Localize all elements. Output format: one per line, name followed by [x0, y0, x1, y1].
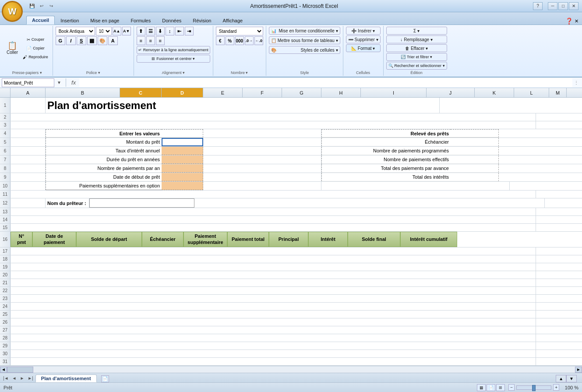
scroll-track[interactable]: [7, 367, 575, 373]
delete-btn[interactable]: ➖ Supprimer ▾: [346, 35, 381, 43]
scroll-left-btn[interactable]: ◄: [0, 367, 7, 373]
cell-hi9-releve-label[interactable]: Total des intérêts: [321, 173, 451, 181]
cell-bc8-label[interactable]: Nombre de paiements par an: [46, 164, 162, 173]
row-num-6[interactable]: 6: [0, 147, 11, 155]
col-header-c[interactable]: C: [120, 88, 162, 97]
percent-btn[interactable]: %: [226, 36, 234, 45]
decimal-increase-btn[interactable]: .0→: [245, 36, 254, 45]
cell-e9[interactable]: [203, 173, 321, 181]
close-btn[interactable]: ✕: [569, 2, 578, 10]
cell-j8-releve-field[interactable]: [451, 164, 499, 173]
cell-styles-btn[interactable]: 🎨 Styles de cellules ▾: [269, 46, 340, 54]
th-date-paiement[interactable]: Date depaiement: [32, 232, 76, 247]
underline-button[interactable]: S: [77, 36, 86, 45]
cell-a29[interactable]: [11, 342, 536, 350]
cell-hi7-releve-label[interactable]: Nombre de paiements effectifs: [321, 155, 451, 164]
row-num-31[interactable]: 31: [0, 358, 11, 365]
th-interet-cumulatif[interactable]: Intérêt cumulatif: [400, 232, 457, 247]
align-left-btn[interactable]: ≡: [137, 36, 145, 45]
formula-bar-resize[interactable]: ⋮: [574, 80, 580, 85]
cell-e8[interactable]: [203, 164, 321, 173]
row-num-25[interactable]: 25: [0, 311, 11, 318]
row-num-17[interactable]: 17: [0, 247, 11, 255]
col-header-h[interactable]: H: [321, 88, 361, 97]
col-header-d[interactable]: D: [162, 88, 203, 97]
align-center-btn[interactable]: ≡: [146, 36, 155, 45]
horizontal-scrollbar[interactable]: ◄ ►: [0, 366, 582, 373]
cell-d4-input-header-right[interactable]: [162, 129, 203, 138]
row-num-18[interactable]: 18: [0, 255, 11, 263]
cell-a25[interactable]: [11, 311, 536, 318]
col-header-l[interactable]: L: [514, 88, 549, 97]
cell-a23[interactable]: [11, 295, 536, 302]
row-num-5[interactable]: 5: [0, 138, 11, 146]
cell-a21[interactable]: [11, 279, 536, 286]
cell-a28[interactable]: [11, 334, 536, 342]
indent-increase-btn[interactable]: ⇥: [185, 27, 194, 35]
cell-hi8-releve-label[interactable]: Total des paiements par avance: [321, 164, 451, 173]
col-header-i[interactable]: I: [361, 88, 427, 97]
font-family-select[interactable]: Book Antiqua: [56, 27, 95, 35]
cell-a18[interactable]: [11, 255, 536, 263]
cell-hi4-releve-header[interactable]: Relevé des prêts: [321, 129, 451, 138]
thousands-btn[interactable]: 000: [235, 36, 244, 45]
cell-a11[interactable]: [11, 191, 536, 198]
cell-bc10-label[interactable]: Paiements supplémentaires en option: [46, 182, 162, 190]
row-num-27[interactable]: 27: [0, 326, 11, 334]
merge-center-btn[interactable]: ⊞ Fusionner et centrer ▾: [137, 55, 210, 63]
th-npmt[interactable]: N°pmt: [11, 232, 32, 247]
col-header-a[interactable]: A: [11, 88, 46, 97]
cell-j7-releve-field[interactable]: [451, 155, 499, 164]
cell-bc12-label[interactable]: Nom du prêteur :: [46, 198, 89, 208]
th-echeancier[interactable]: Échéancier: [142, 232, 183, 247]
cell-a31[interactable]: [11, 358, 536, 365]
restore-btn[interactable]: □: [558, 2, 568, 10]
formula-input[interactable]: [79, 78, 572, 87]
row-num-23[interactable]: 23: [0, 295, 11, 302]
cell-b1[interactable]: Plan d'amortissement: [46, 98, 440, 113]
cell-j4-releve-right[interactable]: [451, 129, 499, 138]
align-bottom-btn[interactable]: ⬇: [156, 27, 165, 35]
sum-btn[interactable]: Σ ▾: [386, 27, 447, 35]
tab-affichage[interactable]: Affichage: [217, 16, 248, 25]
wrap-text-btn[interactable]: ↵ Renvoyer à la ligne automatiquement: [137, 46, 210, 54]
insert-btn[interactable]: ➕ Insérer ▾: [346, 27, 381, 35]
row-num-19[interactable]: 19: [0, 263, 11, 271]
row-num-29[interactable]: 29: [0, 342, 11, 350]
cell-a9[interactable]: [11, 173, 46, 181]
row-num-26[interactable]: 26: [0, 318, 11, 326]
row-num-2[interactable]: 2: [0, 113, 11, 121]
col-header-f[interactable]: F: [243, 88, 282, 97]
cell-a30[interactable]: [11, 350, 536, 357]
cell-a6[interactable]: [11, 147, 46, 155]
find-select-btn[interactable]: 🔍 Rechercher et sélectionner ▾: [386, 62, 447, 70]
cell-d7-orange[interactable]: [162, 155, 203, 164]
zoom-slider-thumb[interactable]: [532, 385, 536, 391]
col-header-k[interactable]: K: [475, 88, 514, 97]
cell-j6-releve-field[interactable]: [451, 147, 499, 155]
cell-a26[interactable]: [11, 318, 536, 326]
italic-button[interactable]: I: [66, 36, 76, 45]
cell-rest12[interactable]: [194, 198, 545, 208]
currency-btn[interactable]: €: [216, 36, 225, 45]
align-right-btn[interactable]: ≡: [156, 36, 165, 45]
col-header-j[interactable]: J: [427, 88, 475, 97]
scroll-thumb[interactable]: [7, 367, 33, 373]
cell-a13[interactable]: [11, 208, 536, 215]
cell-hi5-releve-label[interactable]: Échéancier: [321, 138, 451, 146]
row-num-30[interactable]: 30: [0, 350, 11, 357]
cell-bc9-label[interactable]: Date de début de prêt: [46, 173, 162, 181]
cell-a22[interactable]: [11, 287, 536, 294]
row-num-16[interactable]: 16: [0, 232, 11, 247]
tab-nav-first[interactable]: |◄: [2, 375, 10, 381]
cell-d9-orange[interactable]: [162, 173, 203, 181]
cell-bc7-label[interactable]: Durée du prêt en années: [46, 155, 162, 164]
row-num-7[interactable]: 7: [0, 155, 11, 164]
close-ribbon-btn[interactable]: ✕: [575, 18, 578, 24]
insert-sheet-btn[interactable]: 📄: [101, 375, 109, 382]
cell-e10[interactable]: [203, 182, 321, 190]
cell-a2[interactable]: [11, 113, 536, 121]
tab-nav-next[interactable]: ►: [18, 375, 25, 381]
row-num-3[interactable]: 3: [0, 121, 11, 129]
undo-quick-btn[interactable]: ↩: [38, 2, 46, 10]
